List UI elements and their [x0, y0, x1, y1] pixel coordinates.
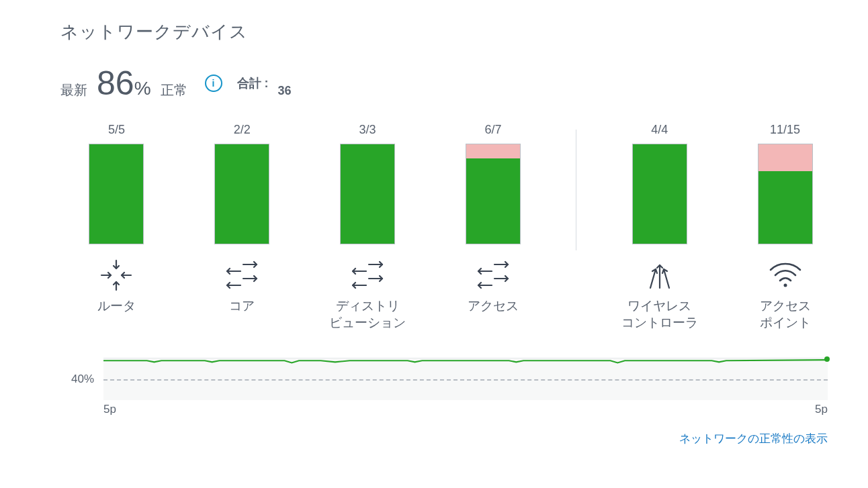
device-card-distribution[interactable]: 3/3 ディストリ ビューション	[325, 123, 410, 331]
device-card-ap[interactable]: 11/15 アクセス ポイント	[742, 123, 828, 331]
device-card-core[interactable]: 2/2 コア	[200, 123, 285, 315]
info-icon[interactable]: i	[205, 75, 222, 92]
device-card-access[interactable]: 6/7 アクセス	[451, 123, 536, 315]
latest-label: 最新	[60, 81, 87, 99]
sparkline-path	[103, 358, 828, 403]
total-label: 合計 :	[237, 75, 269, 91]
health-meter	[758, 144, 813, 244]
health-meter	[632, 144, 687, 244]
wlc-icon	[642, 256, 677, 294]
ratio-label: 4/4	[651, 123, 668, 137]
switch-icon	[474, 256, 512, 294]
page-title: ネットワークデバイス	[60, 20, 828, 44]
normal-label: 正常	[161, 81, 187, 99]
health-fill	[215, 144, 269, 244]
percent-sign: %	[134, 78, 151, 99]
ratio-label: 3/3	[359, 123, 376, 137]
sparkline-chart[interactable]	[103, 358, 828, 400]
health-fill	[633, 144, 687, 244]
sparkline-x-axis: 5p 5p	[103, 403, 828, 416]
svg-line-17	[650, 269, 656, 288]
ratio-label: 5/5	[108, 123, 125, 137]
x-end-label: 5p	[815, 403, 828, 416]
svg-point-19	[783, 284, 787, 287]
router-icon	[99, 256, 134, 294]
device-name: アクセス ポイント	[760, 298, 811, 331]
device-card-wlc[interactable]: 4/4 ワイヤレス コントローラ	[617, 123, 702, 331]
health-fill	[758, 171, 812, 244]
total-count: 36	[278, 84, 292, 98]
sparkline-y-label: 40%	[60, 373, 94, 386]
device-name: ディストリ ビューション	[329, 298, 406, 331]
device-cards: 5/5 ルータ 2/2	[74, 123, 828, 331]
switch-icon	[223, 256, 261, 294]
device-name: コア	[229, 298, 255, 315]
health-meter	[340, 144, 395, 244]
health-meter	[466, 144, 521, 244]
view-network-health-link[interactable]: ネットワークの正常性の表示	[679, 432, 828, 445]
device-name: ワイヤレス コントローラ	[621, 298, 698, 331]
summary-row: 最新 86% 正常 i 合計 : 36	[60, 64, 828, 103]
device-name: アクセス	[468, 298, 519, 315]
ratio-label: 2/2	[234, 123, 251, 137]
x-start-label: 5p	[103, 403, 116, 416]
vertical-separator	[576, 130, 576, 250]
device-card-router[interactable]: 5/5 ルータ	[74, 123, 159, 315]
switch-icon	[349, 256, 386, 294]
ratio-label: 6/7	[484, 123, 501, 137]
health-meter	[214, 144, 269, 244]
health-percent: 86	[97, 64, 134, 102]
svg-line-18	[664, 269, 669, 288]
health-meter	[89, 144, 144, 244]
wifi-icon	[767, 256, 804, 294]
health-fill	[89, 144, 143, 244]
sparkline-row: 40%	[60, 358, 828, 400]
health-fill	[341, 144, 394, 244]
ratio-label: 11/15	[770, 123, 800, 137]
health-fill	[466, 158, 520, 244]
sparkline-end-dot	[824, 356, 830, 362]
device-name: ルータ	[97, 298, 136, 315]
